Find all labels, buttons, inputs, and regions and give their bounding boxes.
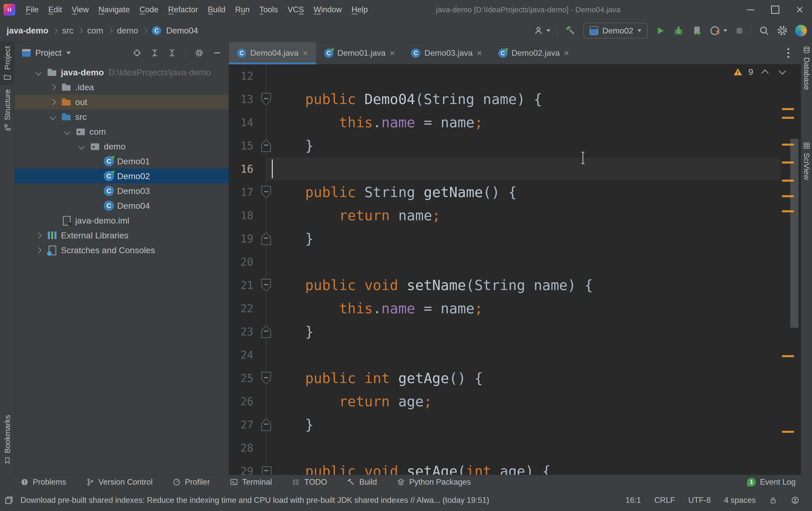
menu-item-view[interactable]: View (67, 0, 93, 20)
maximize-button[interactable] (763, 0, 787, 20)
breadcrumb-item[interactable]: demo (117, 26, 138, 35)
code-line[interactable]: } (271, 413, 314, 437)
gutter-line-number[interactable]: 29 (229, 460, 253, 475)
breadcrumb-leaf[interactable]: Demo04 (166, 26, 198, 35)
chevron-down-icon[interactable] (50, 114, 56, 120)
toolwindow-button-python-packages[interactable]: Python Packages (397, 478, 471, 487)
menu-item-refactor[interactable]: Refactor (163, 0, 203, 20)
toolwindow-button-profiler[interactable]: Profiler (173, 478, 210, 487)
tool-strip-sciview[interactable]: SciView (801, 138, 812, 184)
code-line[interactable]: } (271, 227, 314, 250)
tab-demo01-java[interactable]: Demo01.java (316, 42, 403, 64)
tree-row-demo[interactable]: demo (15, 139, 229, 154)
tree-row-demo03[interactable]: Demo03 (15, 183, 229, 198)
project-view-title[interactable]: Project (35, 48, 62, 58)
minimize-button[interactable] (738, 0, 763, 20)
tree-row-scratches-and-consoles[interactable]: Scratches and Consoles (15, 243, 229, 258)
chevron-right-icon[interactable] (35, 247, 41, 253)
gutter-line-number[interactable]: 26 (229, 390, 253, 413)
toolwindow-button-terminal[interactable]: Terminal (230, 478, 272, 487)
tool-strip-structure[interactable]: Structure (0, 85, 15, 136)
tab-demo03-java[interactable]: Demo03.java (403, 42, 490, 64)
code-line[interactable]: public int getAge() { (271, 367, 483, 390)
menu-item-file[interactable]: File (21, 0, 44, 20)
gutter-line-number[interactable]: 17 (229, 181, 253, 204)
fold-marker-icon[interactable] (261, 418, 271, 431)
event-log-button[interactable]: 1 Event Log (747, 478, 795, 487)
chevron-right-icon[interactable] (50, 84, 56, 90)
panel-settings-button[interactable] (195, 49, 204, 57)
chevron-down-icon[interactable] (78, 143, 84, 149)
tool-strip-bookmarks[interactable]: Bookmarks (0, 411, 15, 469)
toolwindow-button-build[interactable]: Build (347, 478, 377, 487)
toolwindow-button-todo[interactable]: TODO (292, 478, 327, 487)
chevron-down-icon[interactable] (64, 128, 70, 134)
code-line[interactable]: public String getName() { (271, 181, 517, 204)
menu-item-help[interactable]: Help (347, 0, 373, 20)
warning-stripe-mark[interactable] (782, 108, 794, 110)
status-widget-crlf[interactable]: CRLF (654, 496, 675, 505)
code-line[interactable]: return name; (271, 204, 440, 227)
close-icon[interactable] (303, 51, 308, 56)
highlighting-level-icon[interactable] (790, 496, 800, 505)
fold-marker-icon[interactable] (261, 325, 271, 338)
tree-row-java-demo-iml[interactable]: java-demo.iml (15, 213, 229, 228)
run-button[interactable] (655, 25, 666, 36)
profiler-button[interactable] (709, 25, 727, 36)
warning-stripe-mark[interactable] (782, 355, 794, 357)
tab-options-button[interactable] (787, 48, 789, 58)
gutter-line-number[interactable]: 27 (229, 413, 253, 437)
tool-strip-database[interactable]: Database (801, 42, 812, 94)
fold-marker-icon[interactable] (261, 232, 271, 245)
collapse-all-button[interactable] (168, 49, 176, 57)
status-message[interactable]: Download pre-built shared indexes: Reduc… (21, 496, 489, 505)
tree-row-demo02[interactable]: Demo02 (15, 169, 229, 183)
menu-item-window[interactable]: Window (309, 0, 347, 20)
gutter-line-number[interactable]: 18 (229, 204, 253, 227)
tab-demo04-java[interactable]: Demo04.java (229, 42, 316, 64)
editor-scrollbar-thumb[interactable] (790, 139, 799, 328)
code-line[interactable]: } (271, 320, 314, 343)
warning-stripe-mark[interactable] (782, 431, 794, 433)
build-hammer-button[interactable] (565, 25, 576, 36)
lock-icon[interactable] (769, 496, 777, 504)
code-line[interactable]: public void setName(String name) { (271, 274, 593, 297)
close-icon[interactable] (477, 51, 482, 56)
menu-item-code[interactable]: Code (135, 0, 163, 20)
menu-item-build[interactable]: Build (203, 0, 230, 20)
warning-stripe-mark[interactable] (782, 180, 794, 182)
warning-stripe-mark[interactable] (782, 117, 794, 119)
menu-item-tools[interactable]: Tools (255, 0, 283, 20)
run-with-coverage-button[interactable] (692, 25, 702, 36)
tree-row--idea[interactable]: .idea (15, 80, 229, 94)
code-line[interactable]: public void setAge(int age) { (271, 460, 551, 475)
close-icon[interactable] (564, 51, 569, 56)
gutter-line-number[interactable]: 23 (229, 320, 253, 343)
warning-stripe-mark[interactable] (782, 195, 794, 197)
fold-marker-icon[interactable] (262, 466, 271, 475)
gutter-line-number[interactable]: 24 (229, 343, 253, 367)
tree-row-demo01[interactable]: Demo01 (15, 154, 229, 169)
debug-button[interactable] (673, 25, 685, 36)
menu-item-edit[interactable]: Edit (44, 0, 67, 20)
warning-stripe-mark[interactable] (782, 210, 794, 212)
fold-marker-icon[interactable] (261, 93, 271, 106)
expand-all-button[interactable] (151, 49, 159, 57)
tree-row-java-demo[interactable]: java-demoD:\IdeaProjects\java-demo (15, 65, 229, 80)
status-widget-16-1[interactable]: 16:1 (626, 496, 641, 505)
search-everywhere-button[interactable] (759, 25, 770, 36)
toolwindow-button-version-control[interactable]: Version Control (86, 478, 153, 487)
menu-item-navigate[interactable]: Navigate (93, 0, 135, 20)
profile-avatar-icon[interactable] (795, 25, 807, 36)
tab-demo02-java[interactable]: Demo02.java (490, 42, 577, 64)
settings-gear-button[interactable] (777, 25, 788, 36)
code-editor[interactable]: 9 1213 public Demo04(String name) {14 th… (229, 64, 801, 475)
gutter-line-number[interactable]: 20 (229, 250, 253, 274)
gutter-line-number[interactable]: 21 (229, 274, 253, 297)
fold-marker-icon[interactable] (261, 372, 271, 385)
menu-item-run[interactable]: Run (230, 0, 255, 20)
gutter-line-number[interactable]: 22 (229, 297, 253, 320)
tree-row-out[interactable]: out (15, 94, 229, 109)
fold-marker-icon[interactable] (261, 186, 271, 199)
close-button[interactable] (787, 0, 812, 20)
